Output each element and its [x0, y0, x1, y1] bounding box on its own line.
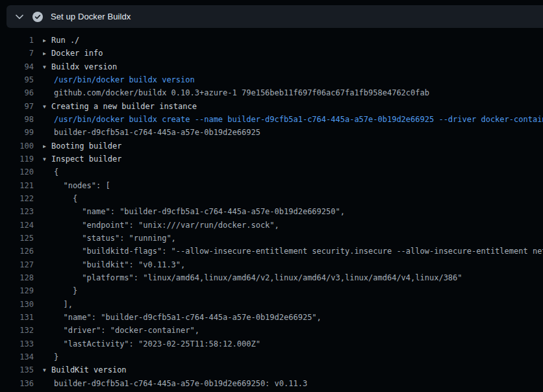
line-number[interactable]: 126 [0, 247, 34, 256]
log-line: 125 "status": "running", [0, 232, 543, 245]
output-text: "buildkitd-flags": "--allow-insecure-ent… [54, 247, 543, 256]
log-line: 127 "buildkit": "v0.11.3", [0, 258, 543, 271]
output-text: builder-d9cfb5a1-c764-445a-a57e-0b19d2e6… [54, 379, 307, 388]
log-line: 100▶Booting builder [0, 140, 543, 153]
line-number[interactable]: 132 [0, 326, 34, 335]
output-text: "lastActivity": "2023-02-25T11:58:12.000… [54, 339, 260, 349]
output-text: "name": "builder-d9cfb5a1-c764-445a-a57e… [54, 313, 322, 322]
log-line: 132 "driver": "docker-container", [0, 324, 543, 337]
group-title: Buildx version [51, 62, 117, 71]
log-line: 121 "nodes": [ [0, 179, 543, 192]
output-text: "endpoint": "unix:///var/run/docker.sock… [54, 221, 279, 230]
log-line: 129 } [0, 284, 543, 297]
log-line: 135▼BuildKit version [0, 363, 543, 376]
log-line: 136builder-d9cfb5a1-c764-445a-a57e-0b19d… [0, 377, 543, 390]
output-text: "name": "builder-d9cfb5a1-c764-445a-a57e… [54, 207, 345, 216]
log-group-toggle[interactable]: ▶Docker info [43, 49, 103, 58]
line-number[interactable]: 96 [0, 88, 34, 97]
output-text: { [54, 194, 77, 203]
chevron-down-icon[interactable] [12, 10, 27, 24]
line-number[interactable]: 135 [0, 365, 34, 374]
triangle-down-icon: ▼ [43, 64, 51, 70]
triangle-down-icon: ▼ [43, 367, 51, 373]
output-text: "platforms": "linux/amd64,linux/amd64/v2… [54, 273, 462, 282]
step-title: Set up Docker Buildx [51, 12, 131, 21]
output-text: "status": "running", [54, 234, 176, 243]
triangle-down-icon: ▼ [43, 156, 51, 162]
triangle-right-icon: ▶ [43, 38, 51, 43]
line-number[interactable]: 130 [0, 300, 34, 309]
log-line: 120{ [0, 165, 543, 178]
log-line: 124 "endpoint": "unix:///var/run/docker.… [0, 219, 543, 232]
line-number[interactable]: 127 [0, 260, 34, 269]
line-number[interactable]: 136 [0, 379, 34, 388]
log-lines: 1▶Run ./7▶Docker info94▼Buildx version95… [0, 28, 543, 392]
line-number[interactable]: 131 [0, 313, 34, 322]
log-group-toggle[interactable]: ▶Booting builder [43, 141, 121, 151]
line-number[interactable]: 128 [0, 273, 34, 282]
output-text: { [54, 167, 58, 177]
log-line: 122 { [0, 192, 543, 205]
log-group-toggle[interactable]: ▶Run ./ [43, 36, 79, 45]
log-line: 126 "buildkitd-flags": "--allow-insecure… [0, 245, 543, 258]
log-line: 133 "lastActivity": "2023-02-25T11:58:12… [0, 337, 543, 350]
triangle-right-icon: ▶ [43, 143, 51, 149]
output-text: github.com/docker/buildx 0.10.3+azure-1 … [54, 88, 429, 97]
log-group-toggle[interactable]: ▼BuildKit version [43, 365, 127, 374]
line-number[interactable]: 95 [0, 75, 34, 84]
step-header[interactable]: Set up Docker Buildx [6, 5, 543, 28]
group-title: Booting builder [51, 141, 121, 151]
command-text: /usr/bin/docker buildx version [54, 75, 195, 84]
log-line: 123 "name": "builder-d9cfb5a1-c764-445a-… [0, 205, 543, 218]
output-text: } [54, 352, 58, 361]
log-line: 98/usr/bin/docker buildx create --name b… [0, 113, 543, 126]
group-title: Run ./ [51, 36, 79, 45]
line-number[interactable]: 134 [0, 352, 34, 361]
triangle-down-icon: ▼ [43, 104, 51, 110]
log-line: 119▼Inspect builder [0, 153, 543, 165]
log-group-toggle[interactable]: ▼Inspect builder [43, 154, 121, 164]
log-line: 7▶Docker info [0, 47, 543, 60]
output-text: "nodes": [ [54, 181, 110, 190]
log-line: 94▼Buildx version [0, 60, 543, 73]
log-group-toggle[interactable]: ▼Creating a new builder instance [43, 102, 197, 111]
line-number[interactable]: 1 [0, 36, 34, 45]
line-number[interactable]: 125 [0, 234, 34, 243]
log-line: 131 "name": "builder-d9cfb5a1-c764-445a-… [0, 311, 543, 324]
group-title: Docker info [51, 49, 103, 58]
line-number[interactable]: 129 [0, 286, 34, 295]
line-number[interactable]: 119 [0, 154, 34, 164]
log-line: 97▼Creating a new builder instance [0, 100, 543, 113]
log-line: 128 "platforms": "linux/amd64,linux/amd6… [0, 271, 543, 284]
check-circle-icon [32, 12, 43, 22]
output-text: } [54, 286, 77, 295]
line-number[interactable]: 100 [0, 141, 34, 151]
line-number[interactable]: 123 [0, 207, 34, 216]
group-title: BuildKit version [51, 365, 127, 374]
line-number[interactable]: 124 [0, 221, 34, 230]
line-number[interactable]: 97 [0, 102, 34, 111]
line-number[interactable]: 98 [0, 115, 34, 124]
log-line: 99builder-d9cfb5a1-c764-445a-a57e-0b19d2… [0, 126, 543, 139]
line-number[interactable]: 94 [0, 62, 34, 71]
command-text: /usr/bin/docker buildx create --name bui… [54, 115, 543, 124]
log-line: 1▶Run ./ [0, 34, 543, 47]
output-text: "buildkit": "v0.11.3", [54, 260, 185, 269]
log-line: 134} [0, 350, 543, 363]
group-title: Inspect builder [51, 154, 121, 164]
log-group-toggle[interactable]: ▼Buildx version [43, 62, 117, 71]
line-number[interactable]: 99 [0, 128, 34, 137]
group-title: Creating a new builder instance [51, 102, 197, 111]
triangle-right-icon: ▶ [43, 51, 51, 56]
output-text: ], [54, 300, 73, 309]
log-line: 130 ], [0, 298, 543, 311]
log-line: 95/usr/bin/docker buildx version [0, 73, 543, 86]
line-number[interactable]: 133 [0, 339, 34, 349]
line-number[interactable]: 122 [0, 194, 34, 203]
log-line: 96github.com/docker/buildx 0.10.3+azure-… [0, 86, 543, 99]
line-number[interactable]: 121 [0, 181, 34, 190]
output-text: "driver": "docker-container", [54, 326, 199, 335]
line-number[interactable]: 120 [0, 167, 34, 177]
line-number[interactable]: 7 [0, 49, 34, 58]
output-text: builder-d9cfb5a1-c764-445a-a57e-0b19d2e6… [54, 128, 260, 137]
